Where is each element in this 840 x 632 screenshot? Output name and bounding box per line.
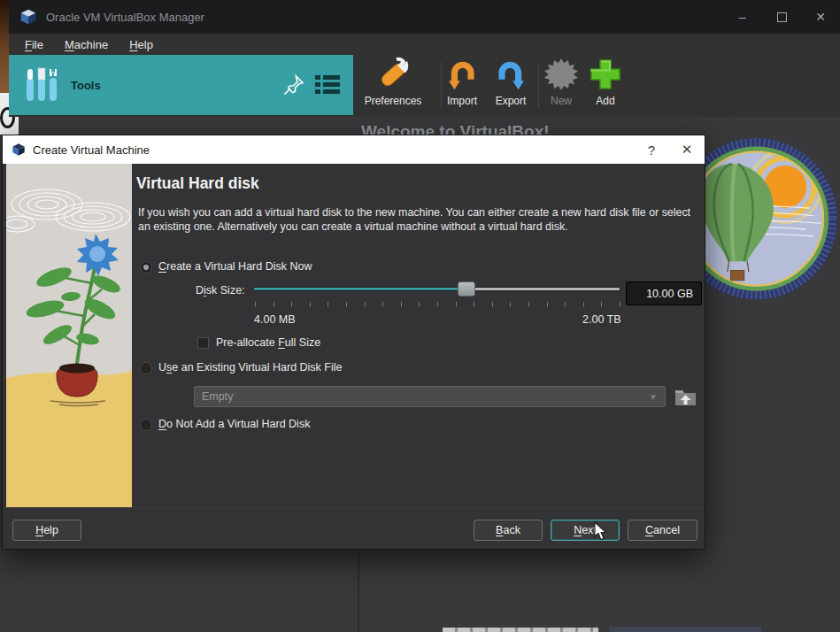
maximize-button[interactable]	[762, 0, 801, 34]
back-button[interactable]: Back	[474, 520, 543, 541]
maximize-icon	[777, 12, 787, 22]
chevron-down-icon: ▼	[649, 392, 658, 402]
wizard-step-heading: Virtual Hard disk	[136, 174, 259, 193]
disk-size-max: 2.00 TB	[582, 313, 621, 326]
menu-file[interactable]: File	[18, 36, 50, 53]
virtualbox-logo-icon	[19, 8, 37, 26]
disk-size-label: Disk Size:	[196, 284, 245, 297]
menubar: File Machine Help	[9, 34, 840, 55]
preferences-icon	[374, 57, 412, 92]
dialog-close-button[interactable]: ✕	[669, 135, 705, 164]
browse-disk-button[interactable]	[674, 386, 697, 408]
window-title: Oracle VM VirtualBox Manager	[46, 11, 204, 24]
tools-label: Tools	[71, 79, 101, 92]
preferences-button[interactable]: Preferences	[364, 57, 422, 113]
new-vm-icon	[543, 57, 579, 92]
disk-size-slider[interactable]	[253, 287, 620, 291]
tools-icon	[23, 66, 60, 104]
taskbar-sliver	[609, 627, 761, 632]
help-button[interactable]: Help	[12, 520, 81, 541]
taskbar-sliver	[443, 628, 598, 632]
radio-icon	[140, 362, 152, 374]
minimize-button[interactable]: –	[723, 0, 762, 34]
cancel-button[interactable]: Cancel	[628, 520, 697, 541]
dialog-title: Create Virtual Machine	[33, 143, 150, 157]
menu-machine[interactable]: Machine	[58, 36, 115, 53]
export-icon	[493, 57, 528, 92]
radio-icon	[140, 261, 152, 274]
slider-handle[interactable]	[458, 281, 475, 297]
window-titlebar: Oracle VM VirtualBox Manager – ✕	[9, 0, 840, 34]
import-icon	[444, 57, 480, 92]
dialog-titlebar: Create Virtual Machine ? ✕	[3, 135, 705, 164]
checkbox-icon	[197, 337, 209, 349]
menu-help[interactable]: Help	[122, 36, 160, 53]
disk-size-value[interactable]: 10.00 GB	[626, 281, 702, 305]
add-vm-button[interactable]: Add	[576, 57, 635, 113]
background-divider	[358, 550, 359, 632]
add-icon	[588, 57, 623, 92]
wizard-step-description: If you wish you can add a virtual hard d…	[138, 206, 694, 234]
pin-icon[interactable]	[281, 72, 307, 98]
desktop: Oracle VM VirtualBox Manager – ✕ File Ma…	[0, 0, 840, 632]
dialog-help-button[interactable]: ?	[634, 135, 669, 164]
slider-fill	[254, 288, 466, 290]
radio-icon	[140, 419, 152, 431]
vm-list-menu-icon[interactable]	[314, 73, 341, 96]
tools-panel[interactable]: Tools	[9, 55, 353, 115]
slider-ticks	[255, 302, 620, 307]
background-window-sliver	[0, 0, 9, 96]
disk-size-min: 4.00 MB	[254, 313, 296, 326]
existing-disk-combobox[interactable]: Empty ▼	[194, 386, 666, 407]
mouse-cursor	[594, 521, 608, 541]
create-vm-dialog: Create Virtual Machine ? ✕	[2, 135, 705, 550]
close-button[interactable]: ✕	[801, 0, 840, 34]
next-button[interactable]: Next	[551, 520, 620, 541]
virtualbox-logo-icon	[12, 143, 26, 157]
plant-illustration	[6, 164, 132, 509]
